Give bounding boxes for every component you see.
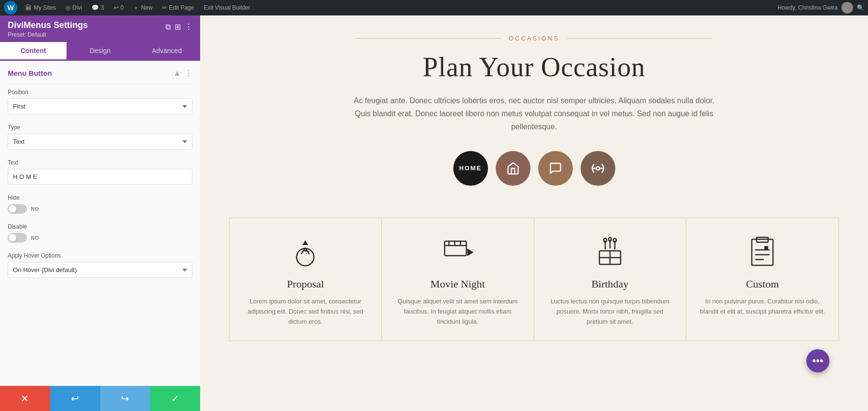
description-text: Ac feugiat ante. Donec ultricies loborti… [346,94,722,134]
admin-bar-right: Howdy, Christina Gwira 🔍 [778,2,864,14]
birthday-card: Birthday Luctus lectus non quisque turpi… [534,218,687,341]
proposal-text: Lorem ipsum dolor sit amet, consectetur … [241,296,370,327]
proposal-icon [241,235,370,269]
svg-point-18 [609,237,611,241]
occasions-label: OCCASIONS [239,35,829,42]
hover-group: Apply Hover Options On Hover (Divi defau… [0,247,200,283]
comment-icon: 💬 [92,4,99,11]
home-text-button[interactable]: HOME [453,151,488,186]
panel-header: DiviMenus Settings Preset: Default ⧉ ⊞ ⋮ [0,15,200,42]
new-content-button[interactable]: ＋ New [129,0,156,15]
section-menu-button: Menu Button ▲ ⋮ [0,61,200,83]
more-icon[interactable]: ⋮ [185,22,192,31]
occasions-line-right [567,38,712,39]
tools-icon-button[interactable] [581,151,615,186]
tab-content[interactable]: Content [0,42,67,61]
type-group: Type Text Icon Image [0,119,200,154]
hide-group: Hide NO [0,190,200,219]
tab-design[interactable]: Design [67,42,133,61]
main-container: DiviMenus Settings Preset: Default ⧉ ⊞ ⋮… [0,15,868,411]
custom-text: In non pulvinar purus. Curabitur nisi od… [698,296,827,317]
comments-menu[interactable]: 💬 3 [88,0,108,15]
birthday-icon [546,235,675,269]
proposal-title: Proposal [241,278,370,290]
movie-text: Quisque aliquet velit sit amet sem inter… [393,296,522,327]
svg-rect-5 [445,241,466,256]
fullscreen-icon[interactable]: ⧉ [165,23,171,31]
save-button[interactable]: ✓ [150,386,200,411]
custom-title: Custom [698,278,827,290]
position-label: Position [8,89,192,96]
sites-icon: 🏛 [25,4,32,12]
disable-toggle[interactable] [8,233,27,243]
panel-preset[interactable]: Preset: Default [8,31,88,38]
wp-admin-bar: W 🏛 My Sites ◎ Divi 💬 3 ↩ 0 ＋ New ✏ Edit… [0,0,868,15]
avatar[interactable] [841,2,853,14]
movie-title: Movie Night [393,278,522,290]
hide-toggle-wrap: NO [8,204,192,214]
main-heading: Plan Your Occasion [239,52,829,82]
fab-icon: ••• [812,355,823,367]
type-select[interactable]: Text Icon Image [8,134,192,150]
chat-icon-button[interactable] [538,151,573,186]
exit-builder-button[interactable]: Exit Visual Builder [200,0,254,15]
panel-header-icons: ⧉ ⊞ ⋮ [165,22,192,31]
pencil-icon: ✏ [162,4,167,11]
search-icon[interactable]: 🔍 [857,4,864,11]
custom-icon [698,235,827,269]
tab-advanced[interactable]: Advanced [134,42,200,61]
birthday-text: Luctus lectus non quisque turpis bibendu… [546,296,675,327]
svg-marker-10 [467,248,474,256]
hover-label: Apply Hover Options [8,252,192,259]
movie-icon [393,235,522,269]
tools-icon [591,162,605,175]
wordpress-icon[interactable]: W [4,1,17,14]
disable-toggle-label: NO [31,235,39,241]
text-input[interactable] [8,169,192,185]
panel-body: Menu Button ▲ ⋮ Position First Last Type [0,61,200,386]
hide-label: Hide [8,194,192,201]
svg-point-17 [604,238,607,242]
proposal-card: Proposal Lorem ipsum dolor sit amet, con… [230,218,382,341]
icon-row: HOME [239,151,829,186]
content-section: OCCASIONS Plan Your Occasion Ac feugiat … [200,15,868,218]
edit-page-button[interactable]: ✏ Edit Page [158,0,198,15]
disable-toggle-wrap: NO [8,233,192,243]
collapse-icon[interactable]: ▲ [173,69,181,78]
chat-icon [549,162,562,175]
reply-icon: ↩ [114,4,119,11]
text-label: Text [8,159,192,166]
replies-menu[interactable]: ↩ 0 [110,0,128,15]
redo-button[interactable]: ↪ [100,386,150,411]
undo-button[interactable]: ↩ [50,386,100,411]
birthday-title: Birthday [546,278,675,290]
type-label: Type [8,124,192,131]
section-title: Menu Button [8,69,52,77]
svg-marker-4 [302,240,308,245]
left-panel: DiviMenus Settings Preset: Default ⧉ ⊞ ⋮… [0,15,200,411]
grid-icon[interactable]: ⊞ [175,22,181,31]
svg-rect-20 [752,239,773,265]
hide-toggle[interactable] [8,204,27,214]
fab-button[interactable]: ••• [806,349,829,372]
plus-icon: ＋ [133,4,139,12]
custom-card: Custom In non pulvinar purus. Curabitur … [686,218,839,341]
right-panel: OCCASIONS Plan Your Occasion Ac feugiat … [200,15,868,411]
svg-point-19 [613,238,616,242]
cancel-button[interactable]: ✕ [0,386,50,411]
disable-toggle-knob [9,234,16,242]
panel-tabs: Content Design Advanced [0,42,200,61]
hide-toggle-label: NO [31,206,39,212]
divi-menu[interactable]: ◎ Divi [62,0,86,15]
my-sites-menu[interactable]: 🏛 My Sites [21,0,60,15]
action-bar: ✕ ↩ ↪ ✓ [0,386,200,411]
section-more-icon[interactable]: ⋮ [185,68,192,78]
svg-marker-25 [764,246,768,250]
svg-point-0 [596,166,599,170]
movie-night-card: Movie Night Quisque aliquet velit sit am… [382,218,534,341]
home-icon [506,162,520,175]
section-icons: ▲ ⋮ [173,68,192,78]
position-select[interactable]: First Last [8,98,192,114]
home-icon-button[interactable] [496,151,530,186]
hover-select[interactable]: On Hover (Divi default) Always Never [8,262,192,278]
